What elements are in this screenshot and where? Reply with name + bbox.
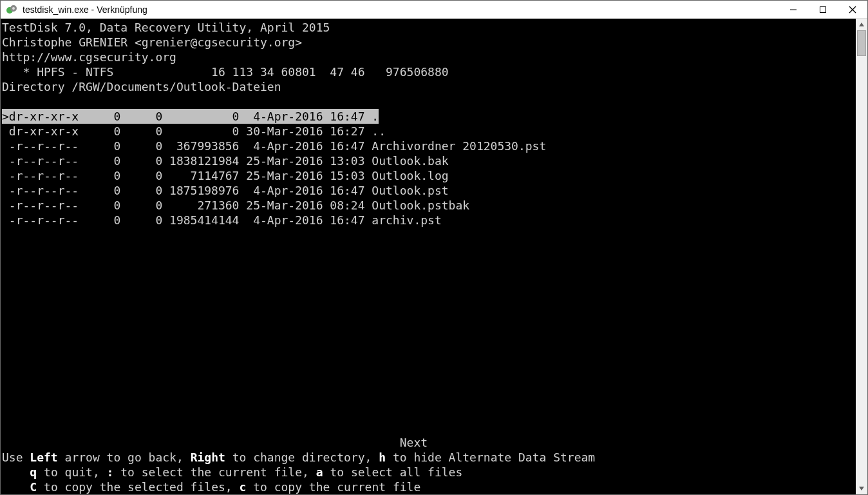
file-row[interactable]: -r--r--r-- 0 0 367993856 4-Apr-2016 16:4… [2, 139, 856, 153]
console-line: http://www.cgsecurity.org [2, 50, 856, 64]
console-line: Christophe GRENIER <grenier@cgsecurity.o… [2, 35, 856, 50]
console-line [2, 391, 856, 405]
console-line [2, 361, 856, 376]
file-row[interactable]: dr-xr-xr-x 0 0 0 30-Mar-2016 16:27 .. [2, 124, 856, 139]
file-row[interactable]: >dr-xr-xr-x 0 0 0 4-Apr-2016 16:47 . [2, 109, 856, 124]
window-title: testdisk_win.exe - Verknüpfung [23, 5, 778, 15]
minimize-button[interactable] [778, 1, 808, 18]
scrollbar-thumb[interactable] [857, 30, 866, 56]
console-line [2, 420, 856, 435]
console-line [2, 331, 856, 346]
scroll-up-arrow-icon[interactable] [856, 19, 867, 30]
console-line [2, 287, 856, 302]
file-row[interactable]: -r--r--r-- 0 0 1985414144 4-Apr-2016 16:… [2, 213, 856, 228]
console-line [2, 376, 856, 391]
scroll-down-arrow-icon[interactable] [856, 483, 867, 494]
titlebar[interactable]: testdisk_win.exe - Verknüpfung [1, 1, 867, 19]
client-area: TestDisk 7.0, Data Recovery Utility, Apr… [1, 19, 867, 494]
scrollbar-track[interactable] [856, 30, 867, 483]
console-line: * HPFS - NTFS 16 113 34 60801 47 46 9765… [2, 64, 856, 79]
console-line: Directory /RGW/Documents/Outlook-Dateien [2, 79, 856, 94]
console-line [2, 228, 856, 242]
svg-marker-7 [859, 23, 864, 26]
console-line [2, 94, 856, 109]
console-line [2, 302, 856, 316]
app-icon [6, 4, 17, 15]
console-line [2, 242, 856, 257]
file-row[interactable]: -r--r--r-- 0 0 7114767 25-Mar-2016 15:03… [2, 168, 856, 183]
file-row[interactable]: -r--r--r-- 0 0 1875198976 4-Apr-2016 16:… [2, 183, 856, 198]
file-row[interactable]: -r--r--r-- 0 0 271360 25-Mar-2016 08:24 … [2, 198, 856, 213]
vertical-scrollbar[interactable] [856, 19, 867, 494]
console-line: TestDisk 7.0, Data Recovery Utility, Apr… [2, 20, 856, 35]
console-line [2, 272, 856, 287]
app-window: testdisk_win.exe - Verknüpfung TestDisk … [0, 0, 868, 495]
help-line: C to copy the selected files, c to copy … [2, 480, 856, 494]
console-line [2, 405, 856, 420]
svg-rect-4 [820, 6, 826, 12]
console-line [2, 257, 856, 272]
svg-marker-8 [859, 487, 864, 490]
window-controls [778, 1, 867, 18]
console-output[interactable]: TestDisk 7.0, Data Recovery Utility, Apr… [1, 19, 856, 494]
close-button[interactable] [838, 1, 867, 18]
maximize-button[interactable] [808, 1, 838, 18]
help-line: q to quit, : to select the current file,… [2, 465, 856, 480]
console-line [2, 346, 856, 361]
help-line: Use Left arrow to go back, Right to chan… [2, 450, 856, 465]
file-row[interactable]: -r--r--r-- 0 0 1838121984 25-Mar-2016 13… [2, 153, 856, 168]
console-line [2, 316, 856, 331]
next-indicator: Next [2, 435, 856, 450]
svg-point-2 [12, 7, 15, 10]
